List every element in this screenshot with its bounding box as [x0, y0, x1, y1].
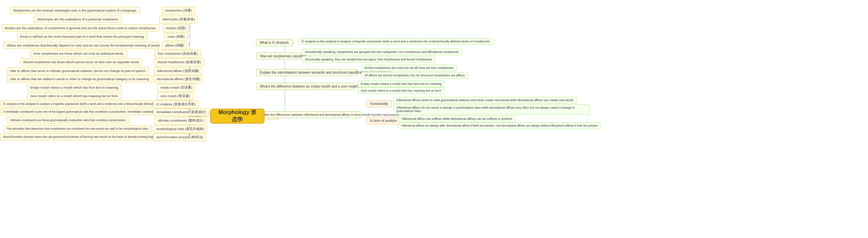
section-num-8: 8: [189, 133, 191, 137]
left-item-morphemes-text: Morphemes are the minimal meaningful uni…: [10, 7, 140, 14]
left-item-inflectional-tag: inflectional affixes (屈折词缀): [154, 67, 202, 75]
mindmap-container: Morphology 形态学 基础概念 重点 Morphemes are the…: [0, 0, 868, 238]
left-item-roots-tag: roots (词根): [164, 33, 188, 41]
left-item-word-formation-text: Word-formation process mean the rule-gov…: [0, 133, 153, 140]
left-item-bound-tag: bound morphemes (粘着语素): [155, 58, 204, 66]
left-item-inflectional-text: refer to affixes that serve to indicate …: [7, 67, 149, 74]
left-item-empty-morph-text: Empty morph means a morph which has form…: [27, 84, 121, 91]
left-item-free-text: Free morphemes are those which can exist…: [31, 50, 127, 57]
right-q4-title: What's the difference between an empty m…: [256, 83, 354, 90]
left-item-ultimate-tag: ultimate constituents (最终成分): [155, 117, 207, 125]
left-item-free-tag: free morphemes (自由语素): [155, 50, 201, 58]
right-q5-pos-bullet2: Inflectional affixes are always after de…: [398, 122, 601, 129]
right-q3-title: Explain the interrelations between seman…: [256, 69, 358, 76]
left-item-ic2-tag: immediate constituents (直接成分): [153, 108, 209, 116]
left-item-ic-text: IC analysis is the analysis to analyze a…: [0, 100, 153, 107]
center-label: Morphology 形态学: [217, 109, 258, 123]
section-num-3: 3: [189, 67, 191, 71]
right-q4-bullet2: Zero morph refers to a morph that has me…: [358, 87, 444, 94]
left-item-zero-morph-text: Zero morph refers to a morph which has m…: [27, 92, 122, 99]
left-item-bound-text: Bound morphemes are those which cannot o…: [20, 58, 142, 66]
right-q5-functionally-label: Functionally: [366, 100, 392, 107]
left-item-derivational-text: refer to affixes that are added to words…: [7, 75, 153, 83]
left-item-derivational-tag: derivational affixes (派生词缀): [154, 75, 203, 83]
left-item-morph-rules-tag: morphological rules (形态学规则): [153, 125, 207, 133]
left-item-ic2-text: A immediate constituent is any one of th…: [0, 108, 153, 115]
left-item-morph-rules-text: The principles that determine how morphe…: [3, 125, 152, 132]
left-item-allomorphs-tag: allomorphs (语素变体): [159, 16, 198, 23]
right-q2-bullet2: Structurally speaking, they are divided …: [302, 56, 435, 63]
section-num-4: 4: [189, 84, 191, 88]
left-item-roots-text: Roots is defined as the most important p…: [17, 33, 148, 40]
right-q4-bullet1: Empty morph means a morph that has form …: [358, 80, 445, 87]
right-q5-func-bullet1: Inflectional affixes sever to mark gramm…: [393, 97, 577, 104]
right-q5-func-bullet2: Inflectional affixes do not cause a chan…: [393, 104, 590, 114]
right-q3-bullet1: All free morphemes are roots but not all…: [361, 65, 457, 71]
left-item-ic-tag: IC Analysis (直接成分分析): [153, 100, 199, 108]
right-q5-title: Explain the differences between inflecti…: [256, 111, 361, 118]
left-item-morphs-tag: morphs (词形): [163, 24, 190, 32]
left-item-affixes-text: Affixes are morphemes that lexically dep…: [3, 42, 159, 49]
section-num-1: 1: [189, 7, 191, 11]
left-item-allomorphs-text: Allomorphs are the realizations of a par…: [34, 16, 122, 23]
right-q1-title: What is IC Analysis: [256, 39, 293, 46]
right-q5-pos-bullet1: Inflectional affixes are suffixes while …: [398, 115, 515, 122]
section-num-7: 7: [189, 125, 191, 129]
center-node: Morphology 形态学: [210, 109, 264, 124]
right-q1-answer: IC analysis is the analysis to analyze a…: [298, 38, 494, 45]
right-q2-bullet1: Semantically speaking, morphemes are gro…: [302, 49, 462, 55]
left-item-word-formation-tag: word-formation process (构词法): [153, 133, 206, 141]
section-num-5: 5: [189, 100, 191, 104]
right-q5-position-label: In term of position: [366, 117, 400, 124]
left-item-zero-morph-tag: zero morph (零语素): [157, 92, 193, 100]
left-item-morphs-text: Morphs are the realizations of morphemes…: [2, 24, 159, 32]
left-item-affixes-tag: affixes (词缀): [162, 42, 187, 50]
section-num-2: 2: [189, 42, 191, 45]
left-item-ultimate-text: Ultimate constituents are those grammati…: [7, 117, 129, 124]
right-q3-bullet2: All affixes are bound morphemes, but not…: [361, 72, 468, 79]
section-num-6: 6: [189, 108, 191, 112]
